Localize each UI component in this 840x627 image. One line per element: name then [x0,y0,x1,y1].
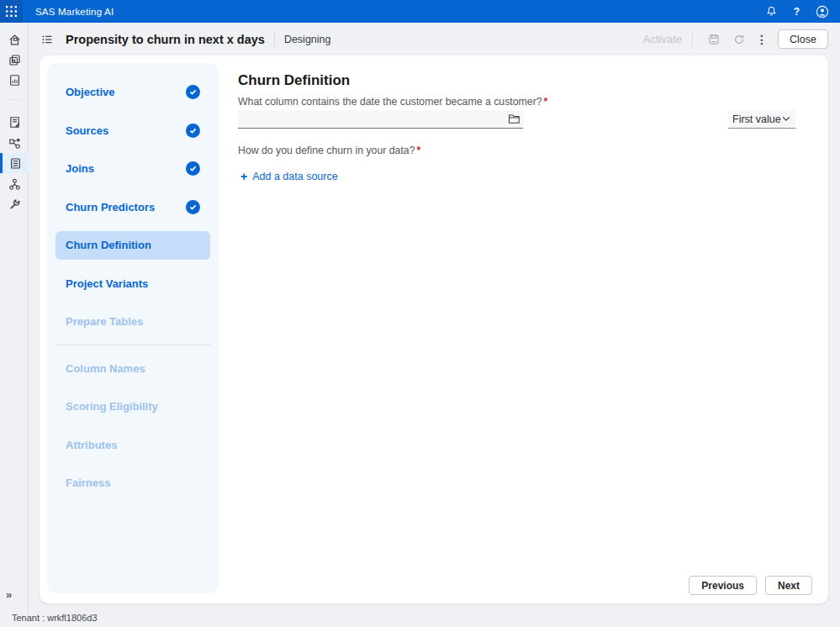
project-header: Propensity to churn in next x days Desig… [29,23,840,55]
left-icon-rail: » [0,23,29,614]
step-project-variants[interactable]: Project Variants [55,269,210,298]
step-label: Objective [66,86,115,98]
tenant-label: Tenant : wrkfl1806d3 [12,613,98,623]
wrench-tools-icon[interactable] [4,194,24,214]
page-title: Churn Definition [238,72,350,89]
steps-divider-row [47,341,219,350]
step-churn-predictors[interactable]: Churn Predictors [55,192,210,221]
user-avatar-icon[interactable] [816,5,829,18]
segments-copies-icon[interactable] [4,50,24,70]
help-icon[interactable]: ? [794,6,800,18]
projects-list-icon-selected[interactable] [0,153,29,173]
churn-definition-form: Churn Definition What column contains th… [238,55,821,603]
step-objective[interactable]: Objective [55,78,210,107]
step-label: Column Names [66,362,145,375]
add-data-source-link[interactable]: + Add a data source [240,170,338,183]
step-label: Churn Definition [66,239,151,251]
required-marker: * [417,145,421,156]
step-scoring-eligibility: Scoring Eligibility [55,393,210,421]
add-data-source-label: Add a data source [252,171,337,182]
wizard-steps-panel: Objective Sources Joins Churn Predictors… [47,63,219,593]
report-chart-icon[interactable] [4,70,24,90]
required-marker: * [544,96,548,108]
step-label: Attributes [66,439,117,451]
project-wizard-card: Objective Sources Joins Churn Predictors… [40,55,828,603]
wizard-navigation: Previous Next [689,576,812,595]
step-churn-definition-active[interactable]: Churn Definition [55,231,210,260]
apps-grid-icon[interactable] [0,0,23,23]
notifications-bell-icon[interactable] [765,5,778,18]
hierarchy-icon[interactable] [4,174,24,194]
step-label: Joins [66,162,94,175]
document-edit-icon[interactable] [4,112,24,132]
step-completed-check-icon [186,200,200,214]
step-completed-check-icon [186,161,200,176]
step-column-names: Column Names [55,354,210,382]
activate-button-disabled[interactable]: Activate [643,33,682,45]
step-label: Fairness [66,477,110,489]
expand-rail-icon[interactable]: » [6,588,11,601]
value-method-dropdown[interactable]: First value [728,110,795,129]
rail-divider [7,99,22,100]
step-completed-check-icon [186,85,200,99]
step-sources[interactable]: Sources [55,116,210,145]
browse-folder-icon[interactable] [505,111,523,128]
step-label: Prepare Tables [66,315,143,328]
project-status: Designing [284,34,331,45]
home-icon[interactable] [4,29,24,50]
header-divider [692,31,693,48]
step-label: Churn Predictors [66,201,155,213]
previous-button[interactable]: Previous [689,576,757,595]
project-title: Propensity to churn in next x days [66,33,265,46]
more-options-kebab-icon[interactable]: ⋮ [754,33,769,46]
application-bar: SAS Marketing AI ? [0,0,840,23]
customer-date-column-field [238,110,523,129]
contents-list-icon[interactable] [40,33,54,46]
app-title: SAS Marketing AI [35,7,114,17]
question-text: How do you define churn in your data? [238,145,415,156]
step-prepare-tables: Prepare Tables [55,308,210,336]
plus-icon: + [240,170,247,183]
chevron-down-icon [782,116,790,122]
grid-dots-glyph [6,6,17,17]
define-churn-question-label: How do you define churn in your data?* [238,145,420,156]
step-label: Project Variants [66,277,148,290]
steps-divider [55,345,210,345]
close-button[interactable]: Close [778,29,828,49]
customer-date-column-input[interactable] [238,111,505,128]
flow-nodes-icon[interactable] [4,133,24,153]
step-completed-check-icon [186,124,200,138]
save-icon[interactable] [704,29,724,50]
title-status-divider [274,32,275,46]
step-attributes: Attributes [55,430,210,459]
step-label: Scoring Eligibility [66,400,158,413]
step-label: Sources [66,124,108,137]
question-text: What column contains the date the custom… [238,96,542,108]
step-joins[interactable]: Joins [55,155,210,183]
step-fairness: Fairness [55,469,210,498]
refresh-icon[interactable] [729,29,749,50]
value-method-selected: First value [732,113,781,125]
next-button[interactable]: Next [765,576,812,595]
customer-date-question-label: What column contains the date the custom… [238,96,547,108]
